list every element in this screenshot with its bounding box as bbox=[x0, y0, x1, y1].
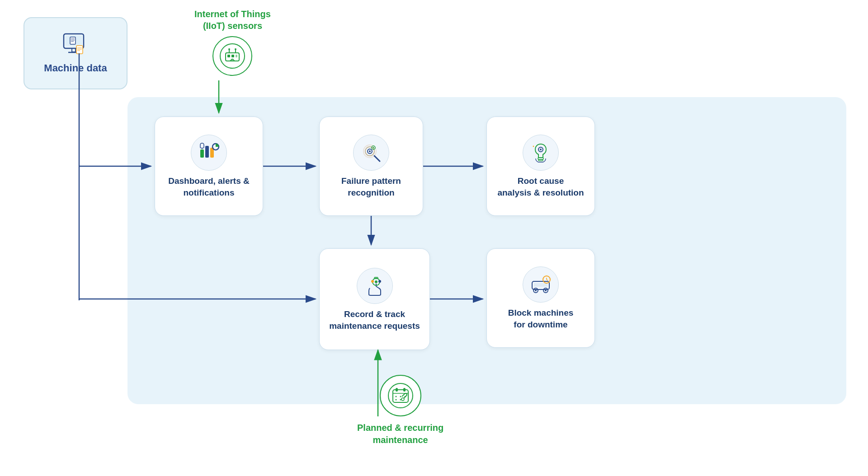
rootcause-icon-circle bbox=[523, 135, 559, 171]
svg-point-59 bbox=[395, 396, 396, 397]
machine-data-box: Machine data bbox=[24, 17, 127, 89]
svg-rect-16 bbox=[236, 55, 237, 57]
diagram-container: Machine data Internet of Things(IIoT) se… bbox=[0, 0, 868, 476]
failure-icon bbox=[360, 141, 382, 164]
rootcause-icon bbox=[529, 141, 552, 164]
svg-point-47 bbox=[535, 289, 537, 291]
node-failure: Failure patternrecognition bbox=[319, 117, 423, 216]
svg-rect-15 bbox=[231, 55, 234, 57]
svg-rect-57 bbox=[396, 388, 398, 392]
machine-data-label: Machine data bbox=[44, 62, 107, 74]
planned-icon bbox=[387, 383, 414, 409]
dashboard-label: Dashboard, alerts &notifications bbox=[168, 175, 250, 198]
failure-label: Failure patternrecognition bbox=[341, 175, 401, 198]
planned-container: Planned & recurringmaintenance bbox=[357, 375, 443, 446]
iiot-label: Internet of Things(IIoT) sensors bbox=[194, 8, 271, 32]
record-label: Record & trackmaintenance requests bbox=[329, 308, 420, 331]
block-label: Block machinesfor downtime bbox=[508, 307, 574, 330]
svg-line-30 bbox=[374, 156, 380, 161]
svg-point-60 bbox=[400, 396, 401, 397]
block-icon bbox=[529, 273, 552, 296]
svg-point-20 bbox=[235, 48, 236, 50]
node-block: Block machinesfor downtime bbox=[486, 248, 595, 348]
svg-line-51 bbox=[547, 280, 548, 280]
svg-point-54 bbox=[388, 383, 413, 408]
record-icon bbox=[363, 275, 386, 297]
svg-point-36 bbox=[540, 149, 542, 150]
svg-rect-14 bbox=[227, 55, 230, 57]
svg-rect-34 bbox=[538, 159, 543, 161]
svg-point-40 bbox=[375, 280, 377, 283]
iiot-icon bbox=[219, 43, 245, 69]
machine-data-icon bbox=[62, 33, 89, 58]
iiot-circle bbox=[212, 36, 252, 76]
svg-point-62 bbox=[395, 399, 396, 401]
iiot-container: Internet of Things(IIoT) sensors bbox=[194, 8, 271, 76]
svg-point-42 bbox=[371, 280, 374, 283]
svg-point-48 bbox=[545, 289, 547, 291]
svg-point-64 bbox=[401, 398, 404, 401]
dashboard-icon-circle bbox=[191, 135, 227, 171]
svg-point-29 bbox=[369, 150, 371, 152]
planned-circle bbox=[380, 375, 421, 416]
node-record: Record & trackmaintenance requests bbox=[319, 248, 430, 350]
failure-icon-circle bbox=[353, 135, 389, 171]
svg-rect-21 bbox=[200, 149, 204, 158]
node-dashboard: Dashboard, alerts &notifications bbox=[155, 117, 263, 216]
svg-point-63 bbox=[400, 399, 401, 401]
record-icon-circle bbox=[357, 268, 393, 304]
svg-rect-4 bbox=[70, 37, 75, 44]
node-rootcause: Root causeanalysis & resolution bbox=[486, 117, 595, 216]
planned-label: Planned & recurringmaintenance bbox=[357, 422, 443, 446]
block-icon-circle bbox=[523, 266, 559, 303]
dashboard-icon bbox=[198, 141, 220, 164]
svg-rect-58 bbox=[403, 388, 406, 392]
svg-point-43 bbox=[378, 280, 381, 283]
svg-rect-22 bbox=[205, 146, 209, 158]
rootcause-label: Root causeanalysis & resolution bbox=[497, 175, 584, 198]
svg-point-32 bbox=[373, 147, 374, 149]
svg-point-19 bbox=[228, 48, 230, 50]
svg-rect-8 bbox=[76, 46, 83, 54]
